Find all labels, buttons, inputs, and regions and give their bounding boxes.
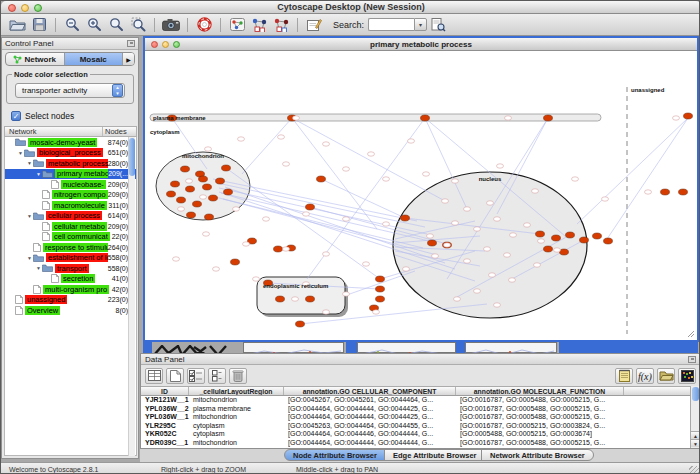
tab-network-attribute-browser[interactable]: Network Attribute Browser: [481, 449, 594, 461]
table-row[interactable]: YLR295Ccytoplasm[GO:0045263, GO:0044464,…: [141, 422, 691, 431]
network-node[interactable]: [317, 176, 326, 182]
network-node[interactable]: [200, 195, 207, 199]
network-node[interactable]: [509, 278, 516, 282]
network-node[interactable]: [554, 248, 561, 252]
tree-row[interactable]: ▼transport558(0): [5, 263, 136, 274]
search-options-button[interactable]: [427, 15, 449, 34]
network-node[interactable]: [323, 252, 330, 256]
network-node[interactable]: [224, 189, 233, 195]
network-node[interactable]: [383, 177, 390, 181]
network-edge[interactable]: [344, 271, 415, 296]
tree-row[interactable]: response to stimulu264(0): [5, 242, 136, 253]
network-node[interactable]: [510, 233, 517, 237]
tree-row[interactable]: mosaic-demo-yeast874(0): [5, 137, 136, 148]
network-node[interactable]: [167, 191, 176, 197]
tree-row[interactable]: macromolecule311(0): [5, 200, 136, 211]
scroll-down-arrow[interactable]: ▼: [691, 439, 700, 447]
tree-expand-arrow-icon[interactable]: ▼: [35, 265, 42, 271]
column-header-region[interactable]: _cellularLayoutRegion: [189, 387, 284, 395]
network-node[interactable]: [661, 189, 670, 195]
tab-edge-attribute-browser[interactable]: Edge Attribute Browser: [384, 449, 485, 461]
nucleus-region[interactable]: [393, 172, 587, 318]
network-node[interactable]: [497, 164, 504, 168]
table-row[interactable]: YDR039C__1mitochondrion[GO:0044464, GO:0…: [141, 439, 691, 448]
network-node[interactable]: [278, 135, 285, 139]
network-node[interactable]: [283, 162, 290, 166]
select-attributes-button[interactable]: [187, 368, 205, 384]
network-node[interactable]: [464, 259, 471, 263]
network-node[interactable]: [505, 116, 512, 120]
network-node[interactable]: [306, 204, 315, 210]
network-node[interactable]: [187, 212, 196, 218]
tab-node-attribute-browser[interactable]: Node Attribute Browser: [284, 449, 386, 461]
tree-row[interactable]: Overview8(0): [5, 305, 136, 316]
tree-expand-arrow-icon[interactable]: ▼: [26, 255, 33, 261]
network-node[interactable]: [442, 199, 449, 203]
snapshot-button[interactable]: [160, 15, 182, 34]
new-attribute-button[interactable]: [166, 368, 184, 384]
tree-expand-arrow-icon[interactable]: ▼: [35, 171, 42, 177]
import-attributes-button[interactable]: [657, 368, 675, 384]
network-node[interactable]: [536, 231, 545, 237]
network-node[interactable]: [186, 179, 193, 183]
network-node[interactable]: [343, 167, 350, 171]
network-node[interactable]: [524, 223, 531, 227]
tree-row[interactable]: ▼establishment of lo558(0): [5, 253, 136, 264]
network-node[interactable]: [203, 184, 212, 190]
column-header-molecular-function[interactable]: annotation.GO MOLECULAR_FUNCTION: [456, 387, 624, 395]
tree-row[interactable]: ▼primary metabo209(...: [5, 169, 136, 180]
network-node[interactable]: [276, 296, 285, 302]
network-node[interactable]: [238, 137, 245, 141]
window-resize-grip[interactable]: [689, 466, 699, 474]
tree-row[interactable]: multi-organism pro42(0): [5, 284, 136, 295]
network-node[interactable]: [673, 116, 680, 120]
network-edge[interactable]: [607, 118, 688, 239]
float-panel-icon[interactable]: [127, 40, 135, 47]
network-node[interactable]: [494, 217, 501, 221]
network-canvas[interactable]: plasma membrane cytoplasm mitochondrion …: [145, 51, 697, 340]
attribute-table-button[interactable]: [145, 368, 163, 384]
network-node[interactable]: [209, 195, 218, 201]
zoom-fit-button[interactable]: [105, 15, 127, 34]
table-row[interactable]: YPL036W__2plasma membrane[GO:0044464, GO…: [141, 405, 691, 414]
network-node[interactable]: [178, 207, 185, 211]
zoom-in-button[interactable]: [83, 15, 105, 34]
network-node[interactable]: [538, 239, 545, 243]
network-edge[interactable]: [577, 118, 688, 224]
network-node[interactable]: [233, 207, 240, 211]
layout-nodes-blue-button[interactable]: [248, 15, 270, 34]
network-node[interactable]: [181, 166, 190, 172]
network-node[interactable]: [243, 242, 250, 246]
network-node[interactable]: [544, 115, 553, 121]
network-node[interactable]: [580, 237, 589, 243]
zoom-out-button[interactable]: [61, 15, 83, 34]
tabs-overflow-arrow[interactable]: ▶: [123, 53, 134, 65]
table-scrollbar[interactable]: ▲ ▼: [690, 386, 700, 448]
heatmap-button[interactable]: [678, 368, 696, 384]
table-row[interactable]: YPL036W__1mitochondrion[GO:0044464, GO:0…: [141, 413, 691, 422]
network-node[interactable]: [423, 172, 430, 176]
table-scrollbar-thumb[interactable]: [692, 387, 699, 401]
network-window-titlebar[interactable]: primary metabolic process: [145, 38, 697, 51]
network-node[interactable]: [504, 253, 511, 257]
network-node[interactable]: [645, 190, 652, 194]
network-node[interactable]: [593, 233, 602, 239]
network-node[interactable]: [566, 232, 575, 238]
table-row[interactable]: YJR121W__1mitochondrion[GO:0045267, GO:0…: [141, 396, 691, 405]
table-row[interactable]: YKR052Ccytoplasm[GO:0044464, GO:0044446,…: [141, 430, 691, 439]
network-node[interactable]: [216, 178, 225, 184]
tree-row[interactable]: ▼biological_process651(0): [5, 148, 136, 159]
search-dropdown-arrow[interactable]: ▾: [414, 18, 427, 31]
network-node[interactable]: [383, 222, 390, 226]
attribute-editor-button[interactable]: [615, 368, 633, 384]
tree-expand-arrow-icon[interactable]: ▼: [26, 213, 33, 219]
network-overview-button[interactable]: [226, 15, 248, 34]
column-header-cellular-component[interactable]: annotation.GO CELLULAR_COMPONENT: [284, 387, 456, 395]
network-node[interactable]: [263, 217, 270, 221]
select-nodes-checkbox[interactable]: ✓: [11, 111, 21, 121]
network-node[interactable]: [303, 212, 310, 216]
network-node[interactable]: [296, 321, 305, 327]
network-node[interactable]: [408, 139, 415, 143]
tree-row[interactable]: ▼cellular process614(0): [5, 211, 136, 222]
tree-expand-arrow-icon[interactable]: ▼: [26, 160, 33, 166]
